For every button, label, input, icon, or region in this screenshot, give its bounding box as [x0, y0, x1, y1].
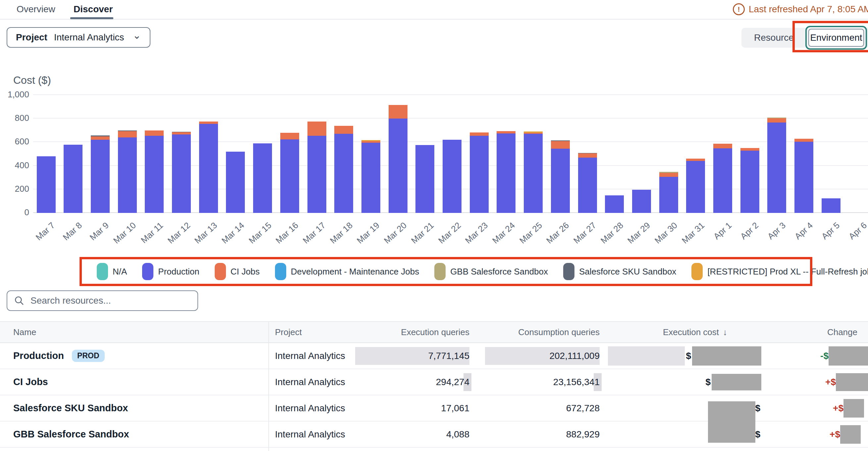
- redaction-box: [836, 373, 868, 391]
- execution-queries-cell: 17,061: [355, 399, 469, 417]
- resource-name-cell[interactable]: CI Jobs: [13, 369, 48, 395]
- project-cell: Internal Analytics: [275, 395, 345, 421]
- consumption-queries-cell: 672,728: [485, 399, 600, 417]
- execution-cost-cell: $: [608, 343, 761, 368]
- resource-name-cell[interactable]: ProductionPROD: [13, 343, 105, 368]
- change-sign: +$: [830, 429, 840, 440]
- column-divider: [268, 321, 269, 451]
- table-header: Name Project Execution queries Consumpti…: [0, 321, 868, 343]
- table-body: ProductionPRODInternal Analytics7,771,14…: [0, 0, 868, 451]
- redaction-box: [708, 401, 755, 443]
- resource-name: GBB Salesforce Sandbox: [13, 429, 129, 440]
- execution-queries-cell: 7,771,145: [355, 347, 469, 365]
- change-cell: -$: [820, 343, 868, 368]
- redaction-box: [692, 346, 761, 365]
- change-cell: +$: [825, 369, 868, 395]
- table-row[interactable]: ProductionPRODInternal Analytics7,771,14…: [0, 343, 868, 369]
- change-sign: +$: [833, 403, 843, 414]
- prod-badge: PROD: [72, 350, 104, 362]
- table-row[interactable]: CI JobsInternal Analytics294,27423,156,3…: [0, 369, 868, 395]
- resource-name-cell[interactable]: GBB Salesforce Sandbox: [13, 422, 129, 447]
- consumption-queries-cell: 23,156,341: [485, 373, 600, 391]
- column-header-execution-cost[interactable]: Execution cost ↓: [588, 322, 727, 343]
- execution-cost-cell: $: [704, 369, 761, 395]
- column-header-change[interactable]: Change: [771, 322, 858, 343]
- column-header-execution-queries[interactable]: Execution queries: [337, 322, 469, 343]
- redaction-box: [843, 399, 864, 418]
- resource-name: Salesforce SKU Sandbox: [13, 402, 128, 414]
- resource-name-cell[interactable]: Salesforce SKU Sandbox: [13, 395, 128, 421]
- column-header-name[interactable]: Name: [13, 322, 36, 343]
- dollar-sign: $: [685, 351, 692, 361]
- execution-queries-cell: 4,088: [355, 425, 469, 443]
- redaction-box: [840, 425, 861, 444]
- change-cell: +$: [833, 395, 868, 421]
- change-sign: -$: [820, 351, 829, 361]
- highlight-bar: [608, 346, 685, 365]
- change-cell: +$: [830, 422, 868, 447]
- resource-name: CI Jobs: [13, 377, 48, 387]
- cost-dashboard: { "tabs": {"overview": "Overview", "disc…: [0, 0, 868, 451]
- consumption-queries-cell: 882,929: [485, 425, 600, 443]
- resource-name: Production: [13, 350, 64, 361]
- consumption-queries-cell: 202,111,009: [485, 347, 600, 365]
- project-cell: Internal Analytics: [275, 369, 345, 395]
- execution-cost-label: Execution cost: [663, 327, 719, 337]
- execution-queries-cell: 294,274: [355, 373, 469, 391]
- dollar-sign: $: [704, 377, 712, 387]
- project-cell: Internal Analytics: [275, 422, 345, 447]
- redaction-box: [829, 346, 868, 365]
- column-header-consumption-queries[interactable]: Consumption queries: [467, 322, 600, 343]
- redaction-box: [712, 374, 761, 390]
- change-sign: +$: [825, 377, 836, 387]
- sort-descending-icon: ↓: [723, 327, 727, 337]
- project-cell: Internal Analytics: [275, 343, 345, 368]
- column-header-project[interactable]: Project: [275, 322, 302, 343]
